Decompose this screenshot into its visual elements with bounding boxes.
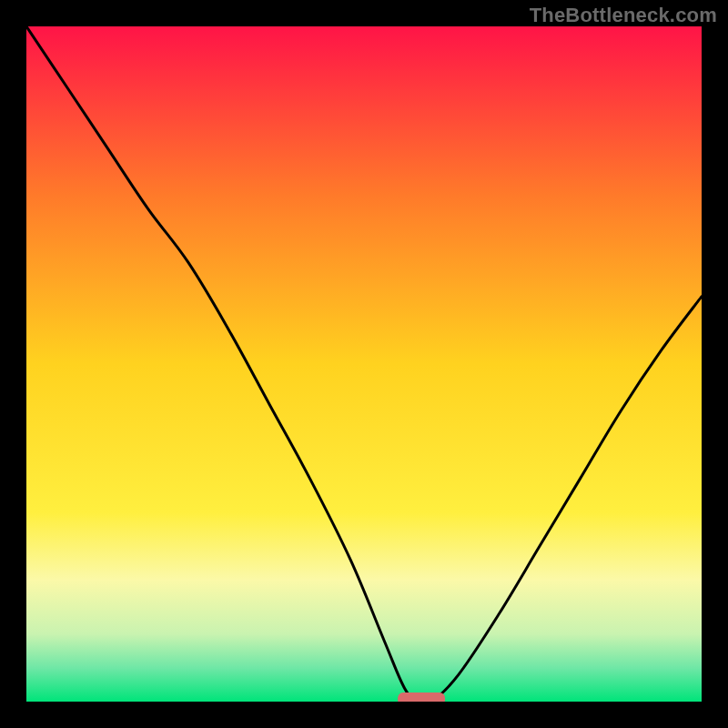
optimal-marker	[398, 693, 445, 702]
attribution-text: TheBottleneck.com	[530, 4, 717, 27]
plot-area	[26, 26, 702, 702]
chart-overlay	[26, 26, 702, 702]
bottleneck-curve	[26, 26, 702, 702]
chart-frame: TheBottleneck.com	[0, 0, 728, 728]
